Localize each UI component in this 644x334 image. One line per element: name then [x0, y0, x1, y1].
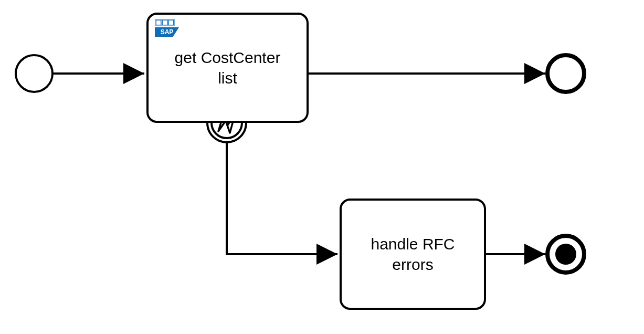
task-label-line2: list [218, 69, 237, 87]
task-label-line1: handle RFC [371, 235, 455, 253]
task-label-line1: get CostCenter [175, 49, 281, 66]
task-label-line2: errors [392, 256, 433, 273]
bpmn-diagram: SAP get CostCenter list handle RFC error… [0, 0, 644, 334]
task-label: handle RFC errors [363, 234, 462, 275]
start-event[interactable] [16, 55, 52, 92]
sap-connector-icon: SAP [155, 19, 179, 37]
end-event[interactable] [547, 55, 584, 92]
end-event-terminate-inner [555, 244, 576, 265]
task-get-costcenter-list[interactable]: SAP get CostCenter list [146, 13, 309, 123]
task-handle-rfc-errors[interactable]: handle RFC errors [340, 199, 486, 310]
sequence-flow [227, 142, 337, 254]
task-label: get CostCenter list [167, 47, 289, 88]
